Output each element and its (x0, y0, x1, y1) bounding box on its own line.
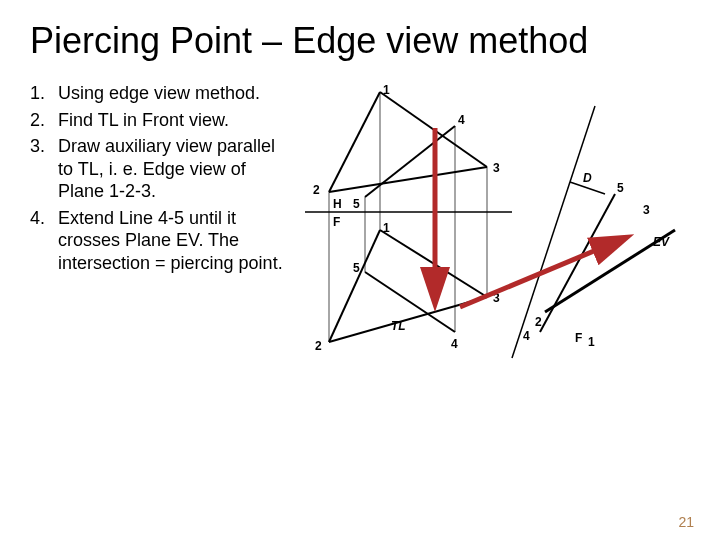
label-1: 1 (588, 335, 595, 349)
svg-line-9 (512, 106, 595, 358)
red-arrow-icon (460, 238, 625, 307)
step-text: Extend Line 4-5 until it crosses Plane E… (58, 207, 295, 275)
label-2: 2 (315, 339, 322, 353)
label-4: 4 (458, 113, 465, 127)
label-1: 1 (383, 221, 390, 235)
slide-title: Piercing Point – Edge view method (30, 20, 690, 62)
label-5: 5 (353, 261, 360, 275)
steps-list: Using edge view method. Find TL in Front… (30, 82, 295, 376)
list-item: Extend Line 4-5 until it crosses Plane E… (30, 207, 295, 275)
label-F: F (575, 331, 582, 345)
label-D: D (583, 171, 592, 185)
label-1: 1 (383, 83, 390, 97)
list-item: Find TL in Front view. (30, 109, 295, 132)
label-F: F (333, 215, 340, 229)
label-EV: EV (653, 235, 670, 249)
list-item: Draw auxiliary view parallel to TL, i. e… (30, 135, 295, 203)
svg-line-5 (329, 230, 380, 342)
label-2: 2 (535, 315, 542, 329)
svg-line-12 (540, 194, 615, 332)
svg-line-4 (365, 126, 455, 197)
list-item: Using edge view method. (30, 82, 295, 105)
step-text: Find TL in Front view. (58, 109, 229, 132)
label-3: 3 (493, 161, 500, 175)
step-text: Using edge view method. (58, 82, 260, 105)
technical-diagram: H F 1 2 3 4 5 1 2 (305, 82, 690, 376)
svg-line-1 (329, 92, 380, 192)
svg-line-8 (365, 272, 455, 332)
label-5: 5 (353, 197, 360, 211)
label-3: 3 (643, 203, 650, 217)
page-number: 21 (678, 514, 694, 530)
label-TL: TL (391, 319, 406, 333)
label-H: H (333, 197, 342, 211)
label-5: 5 (617, 181, 624, 195)
label-4: 4 (523, 329, 530, 343)
label-2: 2 (313, 183, 320, 197)
svg-line-2 (329, 167, 487, 192)
step-text: Draw auxiliary view parallel to TL, i. e… (58, 135, 295, 203)
label-4: 4 (451, 337, 458, 351)
